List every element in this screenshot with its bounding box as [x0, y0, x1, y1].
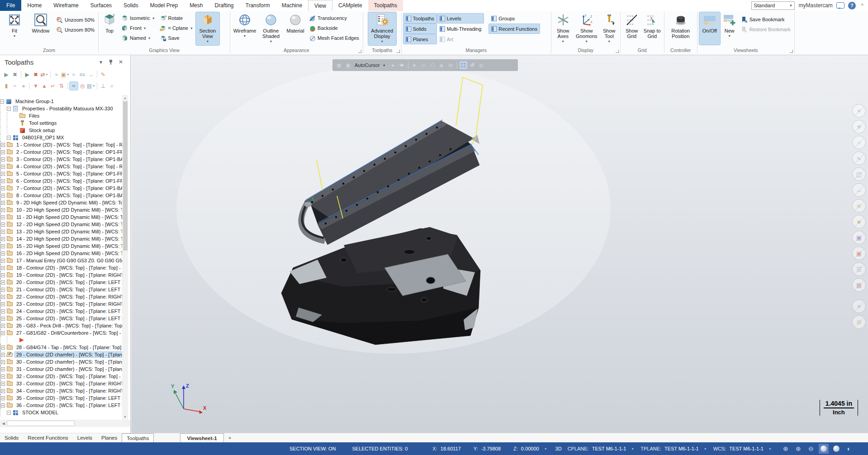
- expand-icon[interactable]: +: [1, 317, 5, 321]
- menu-tab-camplete[interactable]: CAMplete: [332, 0, 368, 11]
- circle-icon[interactable]: ○: [852, 136, 866, 149]
- menu-tab-drafting[interactable]: Drafting: [209, 0, 239, 11]
- tree-item[interactable]: Files: [0, 112, 122, 119]
- tree-item[interactable]: +11 - 2D High Speed (2D Dynamic Mill) - …: [0, 213, 122, 221]
- collapse-icon[interactable]: −: [0, 100, 4, 104]
- expand-icon[interactable]: +: [1, 309, 5, 313]
- fit-button[interactable]: Fit ▼: [2, 12, 27, 45]
- front-view-button[interactable]: Front▼: [119, 23, 157, 33]
- expand-icon[interactable]: +: [1, 389, 5, 393]
- select-arrow-icon[interactable]: ➤: [411, 61, 418, 69]
- expand-icon[interactable]: +: [1, 237, 5, 241]
- save-bookmark-button[interactable]: Save Bookmark: [739, 14, 792, 24]
- restore-bookmark-button[interactable]: Restore Bookmark: [739, 24, 792, 34]
- display-options-icon[interactable]: ▤▼: [87, 82, 95, 90]
- select-all-operations-icon[interactable]: ▶: [2, 71, 10, 79]
- menu-tab-surfaces[interactable]: Surfaces: [85, 0, 118, 11]
- snap-to-grid-button[interactable]: +++++++++ Snap to Grid: [642, 12, 662, 45]
- tree-item[interactable]: +19 - Contour (2D) - [WCS: Top] - [Tplan…: [0, 271, 122, 279]
- pin-icon[interactable]: [109, 60, 113, 65]
- wireframe-button[interactable]: Wireframe ▼: [232, 12, 257, 45]
- select-grid-icon[interactable]: ⊞: [447, 61, 455, 69]
- tree-item[interactable]: +30 - Contour (2D chamfer) - [WCS: Top] …: [0, 358, 122, 365]
- edit-wand-icon[interactable]: ✎: [99, 71, 107, 79]
- named-views-button[interactable]: Named▼: [119, 33, 157, 43]
- expand-icon[interactable]: +: [1, 157, 5, 161]
- material-button[interactable]: Material: [285, 12, 306, 45]
- select-target-icon[interactable]: ◇: [478, 61, 485, 69]
- expand-icon[interactable]: +: [1, 288, 5, 292]
- toggle-groups-manager[interactable]: Groups: [489, 14, 540, 23]
- collapse-icon[interactable]: −: [7, 411, 11, 415]
- tree-item[interactable]: +4 - Contour (2D) - [WCS: Top] - [Tplane…: [0, 163, 122, 170]
- tree-item[interactable]: +14 - 2D High Speed (2D Dynamic Mill) - …: [0, 235, 122, 242]
- list-icon[interactable]: ☰: [852, 262, 866, 276]
- autocursor-label[interactable]: AutoCursor: [353, 62, 381, 68]
- tree-item[interactable]: +27 - G81/G82 - Drill/Counterbore - [WCS…: [0, 329, 122, 337]
- menu-tab-solids[interactable]: Solids: [118, 0, 144, 11]
- send-to-machine-icon[interactable]: →: [87, 71, 95, 79]
- wireframe-globe-icon[interactable]: ⊕: [781, 444, 791, 454]
- menu-tab-machine[interactable]: Machine: [276, 0, 308, 11]
- tree-item[interactable]: −STOCK MODEL: [0, 409, 122, 416]
- expand-icon[interactable]: +: [1, 194, 5, 198]
- move-down-icon[interactable]: ▼: [32, 82, 40, 90]
- scroll-up-icon[interactable]: ▲: [122, 95, 128, 101]
- chevron-down-icon[interactable]: ▼: [544, 447, 547, 450]
- dialog-launcher-icon[interactable]: [790, 50, 793, 53]
- color-grid-icon[interactable]: ▦: [852, 278, 866, 292]
- expand-icon[interactable]: +: [1, 396, 5, 400]
- expand-icon[interactable]: +: [1, 150, 5, 154]
- rotate-view-button[interactable]: Rotate: [158, 13, 195, 23]
- help-icon[interactable]: ?: [848, 2, 856, 9]
- squares-red-icon[interactable]: ▣: [852, 246, 866, 260]
- tree-item[interactable]: +15 - 2D High Speed (2D Dynamic Mill) - …: [0, 242, 122, 250]
- menu-tab-toolpaths[interactable]: Toolpaths: [368, 0, 403, 11]
- select-undo-icon[interactable]: ↺: [469, 61, 476, 69]
- scroll-insert-icon[interactable]: ⇅: [57, 82, 66, 90]
- scrollbar-thumb[interactable]: [7, 421, 75, 426]
- expand-icon[interactable]: +: [1, 244, 5, 248]
- select-toolpath-icon[interactable]: ≈: [70, 82, 78, 90]
- toggle-planes-manager[interactable]: Planes: [403, 34, 436, 44]
- tree-item[interactable]: +17 - Manual Entry (G0 G90 G53 Z0. G0 G9…: [0, 257, 122, 264]
- tree-item[interactable]: +13 - 2D High Speed (2D Dynamic Mill) - …: [0, 228, 122, 235]
- toggle-toolpaths-manager[interactable]: Toolpaths: [403, 14, 436, 23]
- tree-item[interactable]: +18 - Contour (2D) - [WCS: Top] - [Tplan…: [0, 264, 122, 271]
- tree-item[interactable]: +23 - Contour (2D) - [WCS: Top] - [Tplan…: [0, 300, 122, 308]
- expand-icon[interactable]: +: [1, 280, 5, 284]
- tree-item[interactable]: +16 - 2D High Speed (2D Dynamic Mill) - …: [0, 250, 122, 257]
- expand-icon[interactable]: +: [1, 186, 5, 190]
- outline-shaded-button[interactable]: Outline Shaded ▼: [258, 12, 284, 45]
- toolpath-play-icon[interactable]: ▶: [23, 71, 31, 79]
- tree-item[interactable]: +2 - Contour (2D) - [WCS: Top] - [Tplane…: [0, 148, 122, 156]
- expand-icon[interactable]: +: [1, 324, 5, 328]
- tree-item[interactable]: −Machine Group-1: [0, 98, 122, 105]
- show-gnomons-button[interactable]: YZx Show Gnomons ▼: [574, 12, 599, 45]
- surface-icon[interactable]: ≋: [852, 199, 866, 213]
- expand-icon[interactable]: +: [1, 259, 5, 263]
- tree-item[interactable]: +5 - Contour (2D) - [WCS: Top] - [Tplane…: [0, 170, 122, 177]
- expand-icon[interactable]: +: [1, 367, 5, 371]
- scroll-left-icon[interactable]: ◀: [0, 422, 7, 426]
- dialog-launcher-icon[interactable]: [616, 50, 619, 53]
- tree-item[interactable]: −04B01F8_OP1 MX: [0, 134, 122, 141]
- menu-tab-transform[interactable]: Transform: [240, 0, 276, 11]
- gear-icon[interactable]: ⚙: [852, 315, 866, 329]
- dialog-launcher-icon[interactable]: [358, 50, 361, 53]
- advanced-display-button[interactable]: Advanced Display ▼: [368, 12, 396, 45]
- expand-icon[interactable]: +: [1, 360, 5, 364]
- expand-icon[interactable]: +: [1, 201, 5, 205]
- toggle-levels-manager[interactable]: Levels: [437, 14, 484, 23]
- point-star-icon[interactable]: ✛: [398, 61, 406, 69]
- cube-wireframe-icon[interactable]: ◫: [852, 167, 866, 181]
- menu-tab-mesh[interactable]: Mesh: [184, 0, 209, 11]
- tree-item[interactable]: +28 - G84/G74 - Tap - [WCS: Top] - [Tpla…: [0, 344, 122, 351]
- fast-point-icon[interactable]: ▦: [335, 61, 343, 69]
- curve-icon[interactable]: ∿: [852, 152, 866, 165]
- points-icon[interactable]: ✛: [852, 120, 866, 133]
- tree-item[interactable]: +24 - Contour (2D) - [WCS: Top] - [Tplan…: [0, 308, 122, 315]
- plane-tplane[interactable]: TPLANE:TEST M6-1-1-1▼: [640, 446, 707, 451]
- expand-icon[interactable]: +: [1, 165, 5, 169]
- tree-item[interactable]: Stock setup: [0, 127, 122, 134]
